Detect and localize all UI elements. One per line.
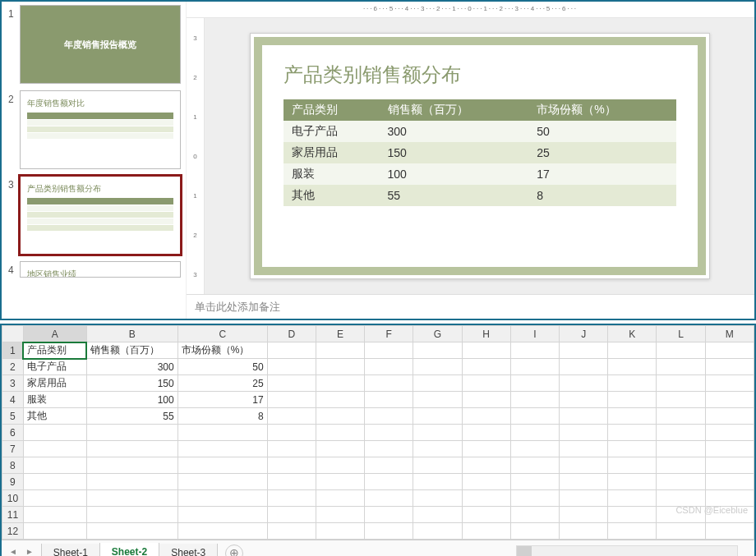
cell[interactable] [657,408,705,425]
table-header[interactable]: 市场份额（%） [528,99,675,121]
cell[interactable] [86,457,177,474]
row-header[interactable]: 4 [2,392,24,408]
row-header[interactable]: 3 [2,375,24,392]
col-header[interactable]: E [316,326,364,342]
cell[interactable] [510,523,559,540]
table-cell[interactable]: 100 [380,163,529,185]
cell[interactable] [560,507,608,523]
cell[interactable] [510,375,559,392]
cell[interactable] [413,375,462,392]
cell[interactable] [560,375,608,392]
cell[interactable] [560,490,608,507]
cell[interactable] [267,441,316,457]
cell[interactable] [267,425,316,441]
row-header[interactable]: 12 [2,523,24,540]
table-header[interactable]: 产品类别 [284,99,380,121]
slide-thumb-1[interactable]: 年度销售报告概览 [20,5,181,84]
sheet-tab[interactable]: Sheet-1 [41,544,100,556]
spreadsheet-grid[interactable]: A B C D E F G H I J K L M 1产品类别销售额（百万）市场… [2,325,754,540]
cell[interactable] [177,474,267,490]
col-header[interactable]: K [608,326,657,342]
table-cell[interactable]: 家居用品 [284,142,380,163]
slide-thumb-4[interactable]: 地区销售业绩 [20,261,181,278]
cell[interactable] [365,474,413,490]
cell[interactable] [510,342,559,359]
cell[interactable] [267,474,316,490]
cell[interactable] [365,523,413,540]
cell[interactable] [86,490,177,507]
sheet-tab[interactable]: Sheet-2 [99,543,159,556]
cell[interactable] [510,507,559,523]
cell[interactable] [510,408,559,425]
cell[interactable] [462,408,510,425]
table-cell[interactable]: 300 [380,121,529,142]
cell[interactable] [705,425,754,441]
cell[interactable] [608,375,657,392]
cell[interactable] [413,441,462,457]
cell[interactable]: 产品类别 [23,342,86,359]
cell[interactable] [316,392,364,408]
cell[interactable] [560,342,608,359]
cell[interactable] [413,507,462,523]
table-cell[interactable]: 17 [528,163,675,185]
cell[interactable] [657,457,705,474]
cell[interactable] [560,408,608,425]
cell[interactable] [657,441,705,457]
cell[interactable]: 其他 [23,408,86,425]
cell[interactable] [657,490,705,507]
cell[interactable] [510,359,559,375]
last-tab-icon[interactable]: ► [23,545,36,556]
cell[interactable] [510,474,559,490]
cell[interactable] [177,457,267,474]
cell[interactable] [267,359,316,375]
col-header[interactable]: I [510,326,559,342]
cell[interactable]: 50 [177,359,267,375]
row-header[interactable]: 8 [2,457,24,474]
cell[interactable] [705,359,754,375]
cell[interactable] [657,359,705,375]
cell[interactable] [365,441,413,457]
cell[interactable] [365,425,413,441]
cell[interactable] [413,490,462,507]
cell[interactable] [267,523,316,540]
cell[interactable] [316,375,364,392]
cell[interactable]: 25 [177,375,267,392]
cell[interactable]: 300 [86,359,177,375]
cell[interactable] [365,359,413,375]
cell[interactable] [316,359,364,375]
cell[interactable] [23,490,86,507]
cell[interactable] [462,359,510,375]
cell[interactable] [705,342,754,359]
cell[interactable] [462,474,510,490]
cell[interactable] [462,425,510,441]
col-header[interactable]: G [413,326,462,342]
cell[interactable] [510,392,559,408]
cell[interactable] [316,474,364,490]
row-header[interactable]: 9 [2,474,24,490]
cell[interactable] [560,523,608,540]
cell[interactable] [705,457,754,474]
cell[interactable] [705,408,754,425]
cell[interactable] [657,474,705,490]
row-header[interactable]: 7 [2,441,24,457]
select-all-corner[interactable] [2,326,24,342]
cell[interactable] [705,375,754,392]
cell[interactable] [23,425,86,441]
cell[interactable] [608,507,657,523]
cell[interactable] [365,507,413,523]
cell[interactable] [705,441,754,457]
cell[interactable] [267,342,316,359]
cell[interactable] [413,359,462,375]
table-cell[interactable]: 25 [528,142,675,163]
cell[interactable] [705,523,754,540]
row-header[interactable]: 1 [2,342,24,359]
new-sheet-icon[interactable]: ⊕ [225,545,243,556]
cell[interactable] [316,490,364,507]
cell[interactable] [705,490,754,507]
cell[interactable] [510,457,559,474]
cell[interactable] [462,375,510,392]
cell[interactable] [462,523,510,540]
cell[interactable] [608,457,657,474]
cell[interactable] [657,392,705,408]
slide-table[interactable]: 产品类别 销售额（百万） 市场份额（%） 电子产品30050 家居用品15025… [284,99,676,206]
